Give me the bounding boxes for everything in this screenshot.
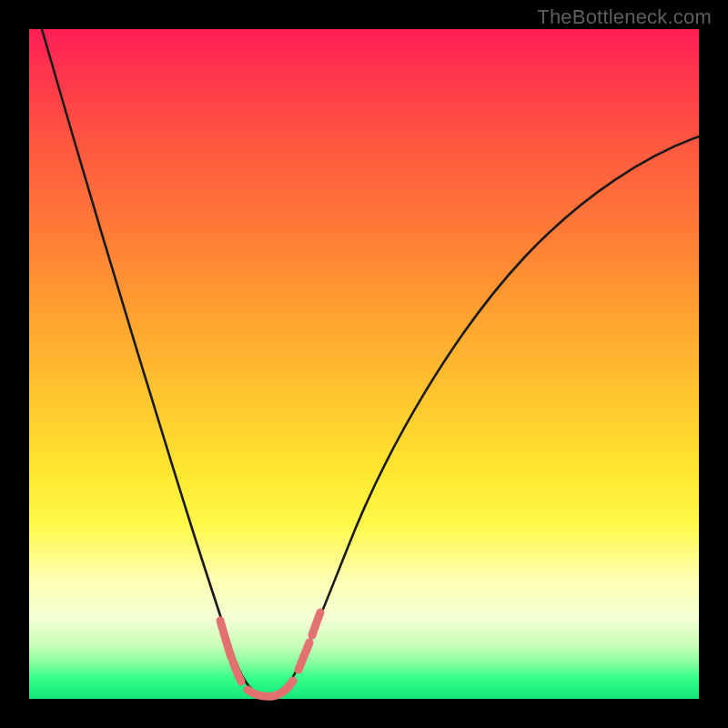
curve-layer xyxy=(29,29,699,699)
watermark-text: TheBottleneck.com xyxy=(537,5,712,29)
pink-marker-left xyxy=(220,621,231,657)
plot-area xyxy=(29,29,699,699)
pink-marker-trough xyxy=(248,681,293,696)
pink-marker-right xyxy=(298,642,309,670)
bottleneck-curve xyxy=(42,29,699,696)
pink-marker-right-2 xyxy=(312,612,320,635)
chart-frame: TheBottleneck.com xyxy=(0,0,728,728)
pink-marker-left-2 xyxy=(233,662,241,682)
